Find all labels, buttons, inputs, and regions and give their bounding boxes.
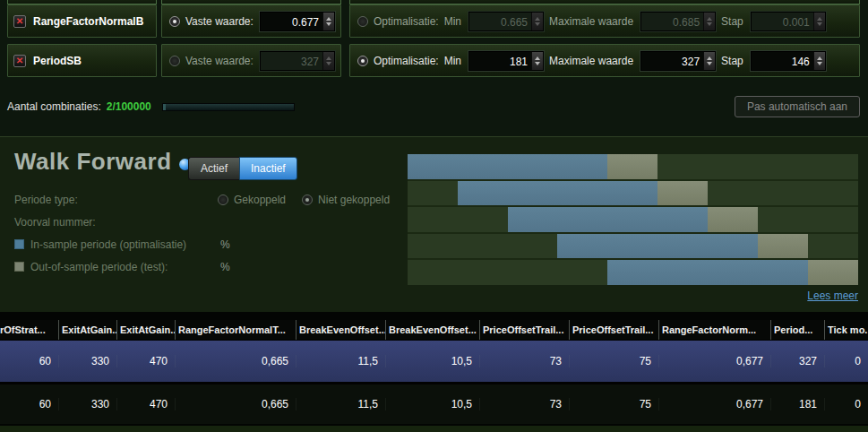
min-input[interactable]: 0.665 (468, 12, 544, 31)
optimization-group: Optimalisatie: Min 181 Maximale waarde 3… (350, 45, 859, 76)
optimization-radio[interactable] (357, 56, 368, 66)
spinner-up-icon[interactable] (326, 17, 331, 21)
in-sample-bar (508, 207, 708, 232)
out-of-sample-bar (607, 154, 657, 179)
table-header-cell[interactable]: BreakEvenOffset... (385, 320, 479, 340)
table-cell: 75 (569, 398, 658, 410)
spinner-up-icon[interactable] (707, 17, 712, 21)
max-value-text: 0.685 (641, 13, 703, 30)
spinner-down-icon[interactable] (707, 62, 712, 65)
spinner-down-icon[interactable] (326, 62, 331, 65)
fixed-value-input[interactable]: 0.677 (260, 12, 335, 31)
period-type-option-label: Niet gekoppeld (318, 194, 390, 206)
radio-icon[interactable] (302, 194, 313, 205)
period-type-option[interactable]: Gekoppeld (218, 194, 286, 206)
table-header-cell[interactable]: RangeFactorNormalT... (175, 320, 296, 340)
fixed-value-group: Vaste waarde: 0.677 (162, 5, 340, 37)
spinner[interactable] (813, 52, 825, 70)
in-sample-color-swatch (14, 239, 24, 249)
in-sample-bar (607, 260, 807, 285)
auto-adjust-button[interactable]: Pas automatisch aan (735, 96, 860, 117)
optimization-radio[interactable] (357, 16, 368, 27)
combinations-label: Aantal combinaties: (7, 100, 101, 113)
spinner-up-icon[interactable] (817, 56, 822, 60)
table-header-cell[interactable]: ExitAtGain... (58, 320, 116, 340)
optimization-label: Optimalisatie: (374, 15, 439, 28)
spinner[interactable] (703, 52, 715, 70)
table-header-cell[interactable]: Tick mo... (824, 320, 868, 340)
out-of-sample-bar (657, 181, 708, 206)
fixed-value-radio[interactable] (169, 56, 180, 66)
table-cell: 75 (569, 355, 658, 367)
table-header-cell[interactable]: ExitAtGain... (116, 320, 175, 340)
table-cell: 73 (479, 355, 569, 367)
spinner[interactable] (531, 13, 543, 30)
table-header-cell[interactable]: PriceOffsetTrail... (569, 320, 658, 340)
combinations-progress-bar (162, 103, 295, 111)
out-of-sample-bar (758, 234, 808, 259)
period-type-option[interactable]: Niet gekoppeld (302, 194, 390, 206)
percent-label: % (220, 261, 230, 273)
step-input[interactable]: 0.001 (751, 12, 826, 31)
inactive-button[interactable]: Inactief (239, 157, 297, 180)
remove-parameter-icon[interactable]: ✕ (13, 15, 26, 28)
table-cell: 0,665 (175, 398, 296, 410)
in-sample-bar (557, 234, 757, 259)
spinner-down-icon[interactable] (535, 62, 540, 65)
spinner[interactable] (813, 13, 825, 30)
remove-parameter-icon[interactable]: ✕ (13, 55, 26, 67)
fixed-value-radio[interactable] (169, 16, 180, 27)
spinner[interactable] (322, 52, 334, 70)
fixed-value-input[interactable]: 327 (260, 51, 335, 71)
step-value-text: 0.001 (752, 13, 813, 30)
spinner[interactable] (531, 52, 543, 70)
step-input[interactable]: 146 (751, 51, 826, 71)
spinner-down-icon[interactable] (817, 62, 822, 65)
occurrence-row: Voorval nummer: 5 (14, 211, 400, 233)
spinner-down-icon[interactable] (817, 22, 822, 26)
table-row[interactable]: 603304700,66511,510,573750,6773270 (0, 340, 868, 382)
spinner-up-icon[interactable] (535, 56, 540, 60)
max-input[interactable]: 0.685 (640, 12, 716, 31)
spinner-up-icon[interactable] (535, 17, 540, 21)
walk-forward-window (408, 207, 858, 232)
table-cell: 327 (770, 355, 824, 367)
radio-icon[interactable] (218, 194, 228, 205)
spinner-down-icon[interactable] (535, 22, 540, 26)
min-input[interactable]: 181 (468, 51, 544, 71)
occurrence-label: Voorval nummer: (14, 216, 215, 229)
max-input[interactable]: 327 (640, 51, 716, 71)
table-header-cell[interactable]: BreakEvenOffset... (296, 320, 385, 340)
fixed-value-box: Vaste waarde: 0.677 (161, 4, 341, 38)
out-of-sample-bar (808, 260, 858, 285)
spinner-down-icon[interactable] (707, 22, 712, 26)
table-header-cell[interactable]: RangeFactorNorm... (658, 320, 770, 340)
fixed-value-text: 327 (261, 52, 322, 70)
min-label: Min (444, 55, 461, 67)
parameter-name: RangeFactorNormalB (33, 15, 143, 28)
min-value-text: 181 (469, 52, 531, 70)
spinner[interactable] (703, 13, 715, 30)
spinner-up-icon[interactable] (817, 17, 822, 21)
spinner[interactable] (322, 13, 334, 30)
table-header-cell[interactable]: Period... (770, 320, 824, 340)
fixed-value-group: Vaste waarde: 327 (162, 45, 340, 76)
out-of-sample-label-text: Out-of-sample periode (test): (30, 261, 168, 273)
active-button[interactable]: Actief (188, 157, 239, 180)
table-cell: 470 (116, 355, 175, 367)
read-more-link[interactable]: Lees meer (807, 289, 858, 302)
walk-forward-toggle: Actief Inactief (188, 157, 297, 180)
table-row[interactable]: 603304700,66511,510,573750,6771810 (0, 382, 868, 424)
optimization-group: Optimalisatie: Min 0.665 Maximale waarde… (350, 5, 859, 37)
parameter-name-box: ✕ RangeFactorNormalB (7, 4, 157, 38)
walk-forward-title: Walk Forward (14, 148, 172, 176)
walk-forward-window (408, 260, 858, 285)
table-cell: 10,5 (385, 398, 479, 410)
table-header-cell[interactable]: PriceOffsetTrail... (479, 320, 569, 340)
spinner-down-icon[interactable] (326, 22, 331, 26)
walk-forward-window (408, 181, 858, 206)
spinner-up-icon[interactable] (326, 56, 331, 60)
table-header-cell[interactable]: rOfStrat... (0, 320, 58, 340)
spinner-up-icon[interactable] (707, 56, 712, 60)
combinations-row: Aantal combinaties: 2/100000 Pas automat… (7, 93, 860, 120)
